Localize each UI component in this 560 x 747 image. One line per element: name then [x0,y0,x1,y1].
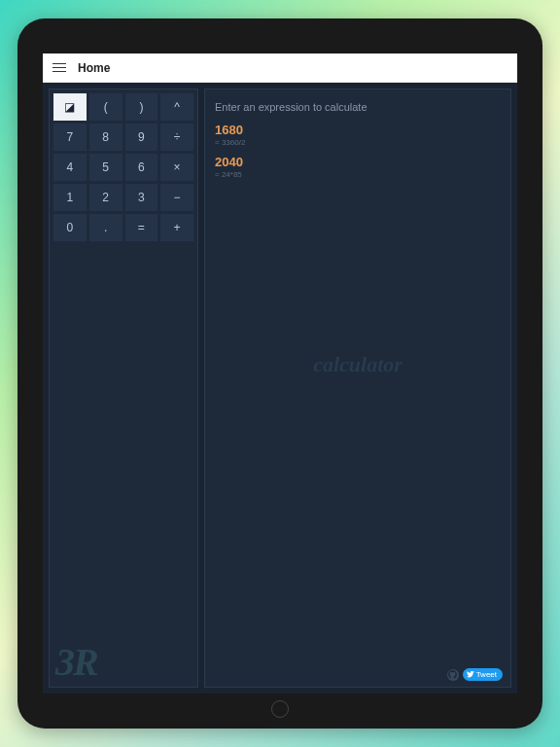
tweet-label: Tweet [476,670,497,679]
power-key[interactable]: ^ [160,93,193,121]
page-title: Home [78,61,110,75]
tablet-frame: Home ◪()^789÷456×123−0.=+ 3R Enter an ex… [18,18,542,729]
result-value: 1680 [215,123,501,137]
left-panel: ◪()^789÷456×123−0.=+ 3R [49,89,198,688]
tweet-button[interactable]: Tweet [463,668,503,681]
history-item[interactable]: 2040= 24*85 [215,155,501,179]
calculator-app: ◪()^789÷456×123−0.=+ 3R Enter an express… [43,83,517,694]
key-4[interactable]: 4 [53,154,87,181]
key-5[interactable]: 5 [89,154,122,181]
clear-icon[interactable]: ◪ [53,93,87,121]
paren-open-key[interactable]: ( [89,93,122,121]
equals-key[interactable]: = [125,214,158,241]
history-item[interactable]: 1680= 3360/2 [215,123,501,147]
key-8[interactable]: 8 [89,124,122,151]
key-7[interactable]: 7 [53,124,87,151]
github-icon[interactable] [447,669,459,681]
history-list: 1680= 3360/22040= 24*85 [215,123,501,187]
screen: Home ◪()^789÷456×123−0.=+ 3R Enter an ex… [43,53,517,694]
key-1[interactable]: 1 [53,184,87,211]
result-expression: = 3360/2 [215,138,501,147]
result-expression: = 24*85 [215,170,501,179]
decimal-key[interactable]: . [89,214,122,241]
key-9[interactable]: 9 [125,124,158,151]
keypad: ◪()^789÷456×123−0.=+ [50,89,197,245]
topbar: Home [43,53,517,83]
footer-links: Tweet [447,668,503,681]
menu-icon[interactable] [52,63,66,73]
key-3[interactable]: 3 [125,184,158,211]
multiply-key[interactable]: × [160,154,193,181]
right-panel: Enter an expression to calculate 1680= 3… [204,89,511,688]
key-2[interactable]: 2 [89,184,122,211]
expression-input[interactable]: Enter an expression to calculate [215,95,501,123]
plus-key[interactable]: + [160,214,193,241]
home-button[interactable] [271,700,289,718]
key-0[interactable]: 0 [53,214,87,241]
divide-key[interactable]: ÷ [160,124,193,151]
paren-close-key[interactable]: ) [125,93,158,121]
result-value: 2040 [215,155,501,169]
brand-logo: 3R [55,639,97,685]
minus-key[interactable]: − [160,184,193,211]
watermark-text: calculator [205,352,510,377]
key-6[interactable]: 6 [125,154,158,181]
